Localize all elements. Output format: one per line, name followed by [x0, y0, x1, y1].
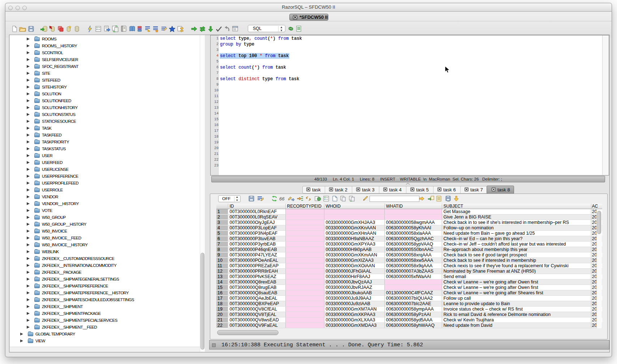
svg-text:66: 66: [279, 196, 285, 202]
